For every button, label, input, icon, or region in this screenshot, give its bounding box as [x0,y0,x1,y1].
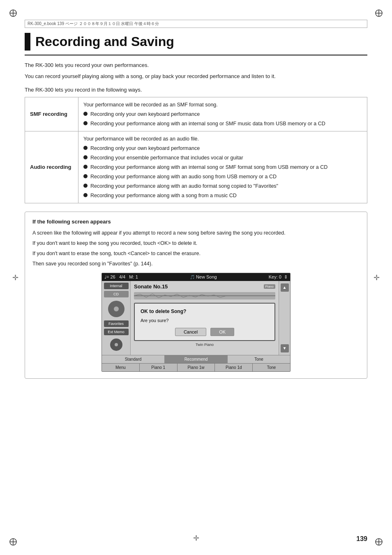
audio-header: Your performance will be recorded as an … [83,135,362,143]
bullet-dot [83,193,88,197]
audio-bullet-5: Recording your performance along with a … [83,191,362,200]
internal-btn[interactable]: Internal [104,283,129,289]
screen-right-nav: ▲ ▼ [279,281,290,355]
smf-bullet-0: Recording only your own keyboard perform… [83,110,362,118]
title-underline [25,55,367,55]
scroll-up-button[interactable]: ▲ [281,283,289,292]
screen-tempo: ♩= 26 4/4 M: 1 [104,274,138,280]
recommend-btn[interactable]: Recommend [165,355,228,363]
corner-mark-tl [7,7,19,19]
bullet-dot [83,174,88,178]
screen-simulation: ♩= 26 4/4 M: 1 🎵 New Song Key: 0 ⇕ [101,273,291,372]
ok-button[interactable]: OK [210,328,234,336]
audio-bullet-0: Recording only your own keyboard perform… [83,144,362,152]
cd-icon [108,301,125,317]
dialog-box: OK to delete Song? Are you sure? Cancel … [134,303,275,341]
corner-mark-tr [373,7,385,19]
table-row-audio: Audio recording Your performance will be… [25,131,367,203]
dialog-buttons: Cancel OK [141,328,269,336]
standard-btn[interactable]: Standard [102,355,165,363]
screen-bottom-bar1: Standard Recommend Tone [102,355,290,363]
corner-mark-bl [7,536,19,548]
audio-bullet-3: Recording your performance along with an… [83,173,362,181]
dialog-line1: OK to delete Song? [141,308,269,315]
piano1-btn[interactable]: Piano 1 [140,364,178,371]
smf-header: Your performance will be recorded as an … [83,101,362,109]
cancel-button[interactable]: Cancel [175,328,206,336]
piano1w-btn[interactable]: Piano 1w [178,364,215,371]
tone-btn1[interactable]: Tone [228,355,290,363]
bullet-dot [83,184,88,188]
twin-piano-label: Twin Piano [134,343,275,347]
audio-bullet-2: Recording your performance along with an… [83,163,362,171]
song-name: Sonate No.15 [134,283,168,290]
page-number: 139 [356,535,367,543]
bullet-dot [83,146,88,150]
info-line-0: A screen like the following will appear … [32,229,360,237]
main-content: Recording and Saving The RK-300 lets you… [25,33,367,530]
screen-left-nav: Internal CD Favorites Ext Memo [102,281,131,355]
bullet-dot [83,112,88,116]
dialog-line2: Are you sure? [141,317,269,325]
bullet-dot [83,165,88,169]
song-title-bar: Sonate No.15 Piano [134,283,275,290]
bullet-dot [83,155,88,159]
recording-table: SMF recording Your performance will be r… [25,97,367,203]
info-line-2: If you don't want to erase the song, tou… [32,249,360,258]
smf-bullet-1: Recording your performance along with an… [83,120,362,128]
menu-btn[interactable]: Menu [102,364,140,371]
piano1d-btn[interactable]: Piano 1d [215,364,253,371]
title-black-bar [25,33,30,51]
waveform-area [134,292,275,299]
screen-title-area: 🎵 New Song [190,274,217,279]
favorites-btn[interactable]: Favorites [104,320,129,327]
audio-content: Your performance will be recorded as an … [78,131,367,203]
title-section: Recording and Saving [25,33,367,51]
corner-mark-br [373,536,385,548]
left-cross-mark: ✛ [12,273,18,282]
info-box: If the following screen appears A screen… [25,212,367,379]
audio-bullet-4: Recording your performance along with an… [83,182,362,190]
tone-btn2[interactable]: Tone [253,364,290,371]
intro-line2: You can record yourself playing along wi… [25,72,367,81]
info-box-title: If the following screen appears [32,219,360,225]
smf-label: SMF recording [25,97,78,131]
info-line-1: If you don't want to keep the song you r… [32,239,360,247]
ext-memo-btn[interactable]: Ext Memo [104,329,129,335]
meta-text: RK-300_e.book 139 ページ ２００８年９月１０日 水曜日 午後４… [28,21,159,27]
bottom-cross-mark: ✛ [193,534,199,543]
page-title: Recording and Saving [35,33,174,51]
screen-bottom-bar2: Menu Piano 1 Piano 1w Piano 1d Tone [102,363,290,371]
song-badge: Piano [264,284,275,289]
right-cross-mark: ✛ [374,273,380,282]
table-row-smf: SMF recording Your performance will be r… [25,97,367,131]
meta-bar: RK-300_e.book 139 ページ ２００８年９月１０日 水曜日 午後４… [25,20,367,28]
audio-label: Audio recording [25,131,78,203]
memo-icon [110,339,122,351]
intro-line3: The RK-300 lets you record in the follow… [25,87,367,93]
info-line-3: Then save you recorded song in "Favorite… [32,260,360,268]
screen-body: Internal CD Favorites Ext Memo [102,281,290,355]
screen-key-area: Key: 0 ⇕ [269,274,288,280]
audio-bullet-1: Recording your ensemble performance that… [83,154,362,162]
screen-main: Sonate No.15 Piano OK to delete Song? Ar… [131,281,279,355]
bullet-dot [83,121,88,125]
smf-content: Your performance will be recorded as an … [78,97,367,131]
cd-btn[interactable]: CD [104,291,129,297]
screen-top-bar: ♩= 26 4/4 M: 1 🎵 New Song Key: 0 ⇕ [102,273,290,281]
scroll-down-button[interactable]: ▼ [281,344,289,352]
intro-line1: The RK-300 lets you record your own perf… [25,61,367,70]
